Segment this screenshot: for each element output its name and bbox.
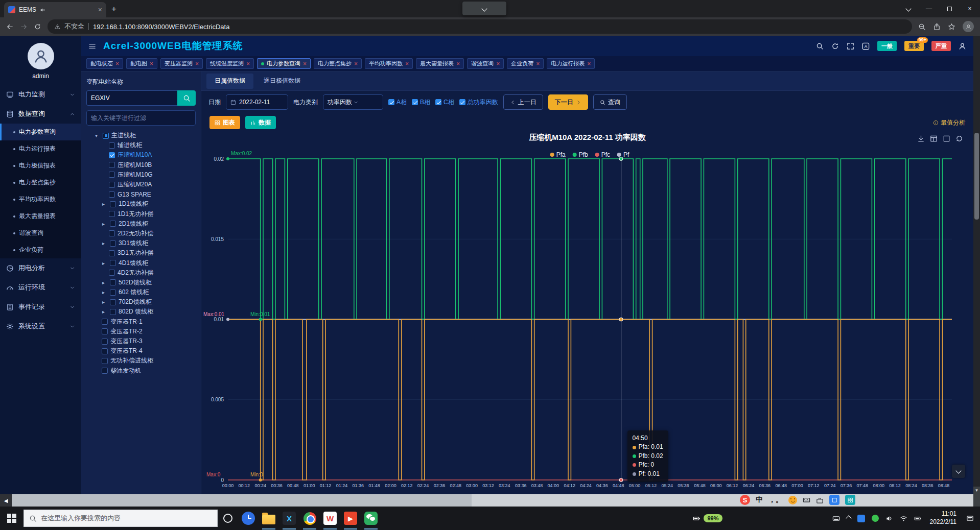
wechat-tray-icon[interactable]: [872, 515, 879, 522]
chevron-down-icon[interactable]: [898, 0, 919, 17]
chevron-right-icon[interactable]: ▸: [102, 201, 107, 207]
media-app-icon[interactable]: ▶: [340, 507, 361, 530]
chevron-right-icon[interactable]: ▸: [102, 221, 107, 227]
checkbox[interactable]: [110, 299, 116, 305]
tree-node[interactable]: 压缩机M10B: [86, 160, 196, 170]
toolbox-icon[interactable]: [816, 496, 824, 504]
sidebar-subitem[interactable]: 电力整点集抄: [0, 174, 81, 191]
tree-node[interactable]: 变压器TR-4: [86, 346, 196, 356]
scroll-left-arrow[interactable]: ◀: [0, 494, 12, 507]
checkbox[interactable]: [102, 348, 108, 354]
sidebar-item-environment[interactable]: 运行环境: [0, 278, 81, 297]
checkbox[interactable]: [109, 230, 115, 236]
minimize-button[interactable]: —: [919, 0, 939, 17]
touch-keyboard-icon[interactable]: [832, 515, 840, 522]
important-alarm-button[interactable]: 重要99+: [904, 41, 924, 51]
chevron-down-icon[interactable]: ▾: [95, 133, 100, 138]
fullscreen-icon[interactable]: [847, 42, 854, 50]
chevron-right-icon[interactable]: ▸: [102, 240, 107, 246]
tree-node[interactable]: 3D1无功补偿: [86, 248, 196, 258]
battery-indicator[interactable]: 99%: [693, 514, 722, 522]
sidebar-item-settings[interactable]: 系统设置: [0, 317, 81, 336]
tab-close-icon[interactable]: ×: [98, 6, 102, 14]
phase-checkbox[interactable]: C相: [435, 98, 454, 107]
browser-profile-icon[interactable]: [963, 21, 974, 32]
checkbox[interactable]: [109, 152, 115, 158]
share-icon[interactable]: [933, 23, 941, 31]
chevron-right-icon[interactable]: ▸: [102, 309, 107, 315]
checkbox[interactable]: [109, 162, 115, 168]
download-icon[interactable]: [917, 135, 925, 142]
wechat-icon[interactable]: [361, 507, 381, 530]
search-icon[interactable]: [816, 42, 824, 50]
tree-node[interactable]: ▸502D馈线柜: [86, 278, 196, 287]
wps-icon[interactable]: W: [320, 507, 340, 530]
ime-tray-icon[interactable]: [857, 515, 865, 522]
checkbox[interactable]: [109, 172, 115, 178]
line-chart[interactable]: 00.0050.010.0150.0200:0000:1200:2400:360…: [201, 132, 973, 494]
close-button[interactable]: ×: [960, 0, 980, 17]
tab-chip[interactable]: 最大需量报表×: [416, 58, 464, 69]
frame-icon[interactable]: [943, 135, 950, 142]
table-icon[interactable]: [930, 135, 938, 142]
checkbox[interactable]: [435, 99, 441, 105]
extreme-analysis-link[interactable]: 最值分析: [933, 118, 965, 127]
checkbox[interactable]: [109, 211, 115, 217]
forward-icon[interactable]: [20, 23, 28, 31]
tree-node[interactable]: ▸3D1馈线柜: [86, 238, 196, 248]
tree-node[interactable]: 压缩机M10G: [86, 170, 196, 180]
tab-chip[interactable]: 谐波查询×: [467, 58, 504, 69]
close-icon[interactable]: ×: [115, 61, 119, 67]
ime-punctuation-indicator[interactable]: ，。: [768, 495, 783, 504]
tree-node[interactable]: 变压器TR-1: [86, 317, 196, 327]
station-search-input[interactable]: [86, 90, 177, 106]
x-app-icon[interactable]: X: [279, 507, 299, 530]
taskbar-clock[interactable]: 11:01 2022/2/11: [930, 510, 957, 526]
tree-node[interactable]: 4D2无功补偿: [86, 268, 196, 278]
tree-node[interactable]: ▾主进线柜: [86, 131, 196, 140]
checkbox[interactable]: [388, 99, 394, 105]
tree-node[interactable]: ▸1D1馈线柜: [86, 199, 196, 209]
file-explorer-icon[interactable]: [259, 507, 279, 530]
checkbox[interactable]: [103, 133, 109, 139]
taskbar-search[interactable]: 在这里输入你要搜索的内容: [24, 510, 218, 527]
category-select[interactable]: 功率因数: [323, 94, 383, 110]
sidebar-subitem[interactable]: 平均功率因数: [0, 191, 81, 208]
chevron-right-icon[interactable]: ▸: [102, 260, 107, 266]
checkbox[interactable]: [412, 99, 418, 105]
phase-checkbox[interactable]: A相: [388, 98, 407, 107]
omnibox[interactable]: 不安全 192.168.1.100:8090/3000WEBV2/Electri…: [48, 19, 912, 34]
normal-alarm-button[interactable]: 一般: [877, 41, 897, 51]
tab-chip[interactable]: 平均功率因数×: [365, 58, 413, 69]
chevron-right-icon[interactable]: ▸: [102, 290, 107, 295]
legend-item[interactable]: Pfa: [550, 151, 566, 158]
legend-item[interactable]: Pf: [617, 151, 629, 158]
reload-icon[interactable]: [34, 23, 41, 31]
legend-item[interactable]: Pfb: [573, 151, 588, 158]
checkbox[interactable]: [459, 99, 465, 105]
checkbox[interactable]: [110, 260, 116, 266]
sidebar-item-event-log[interactable]: 事件记录: [0, 297, 81, 317]
tab-mute-icon[interactable]: [40, 7, 45, 13]
checkbox[interactable]: [109, 270, 115, 276]
chevron-right-icon[interactable]: ▸: [102, 299, 107, 305]
tab-chip[interactable]: 配电图×: [126, 58, 157, 69]
hidden-icons-chevron[interactable]: [847, 515, 851, 522]
refresh-icon[interactable]: [955, 135, 963, 142]
sidebar-subitem[interactable]: 电力运行报表: [0, 140, 81, 157]
next-day-button[interactable]: 下一日: [548, 94, 588, 110]
checkbox[interactable]: [110, 201, 116, 207]
close-icon[interactable]: ×: [536, 61, 540, 67]
user-avatar[interactable]: [28, 43, 54, 69]
tab-chip[interactable]: 企业负荷×: [507, 58, 544, 69]
tree-node[interactable]: 无功补偿进线柜: [86, 356, 196, 366]
tree-node[interactable]: 柴油发动机: [86, 366, 196, 376]
tab-chip[interactable]: 电力运行报表×: [547, 58, 595, 69]
action-center-icon[interactable]: [960, 507, 980, 530]
close-icon[interactable]: ×: [587, 61, 591, 67]
user-icon[interactable]: [959, 42, 966, 50]
checkbox[interactable]: [109, 191, 115, 198]
battery-tray-icon[interactable]: [914, 515, 922, 522]
checkbox[interactable]: [110, 240, 116, 247]
chart-view-button[interactable]: 图表: [209, 116, 240, 129]
